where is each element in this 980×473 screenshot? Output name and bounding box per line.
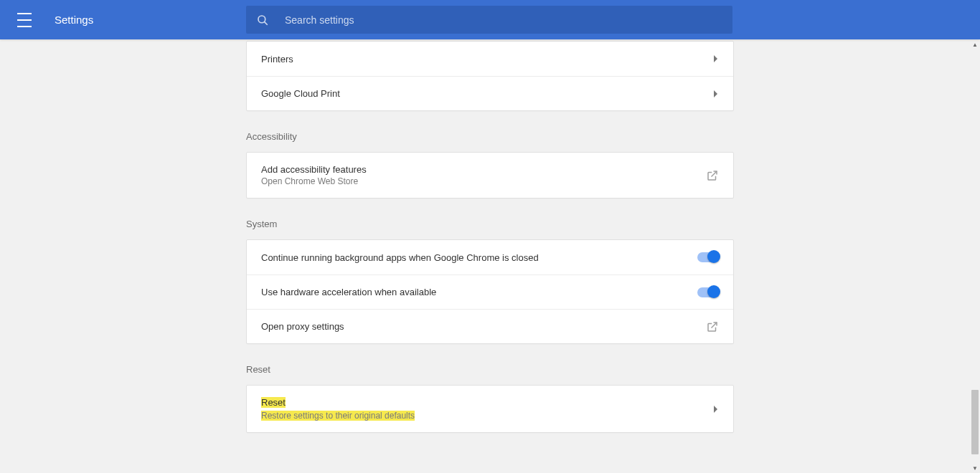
- hardware-accel-row[interactable]: Use hardware acceleration when available: [247, 274, 733, 309]
- accessibility-card: Add accessibility features Open Chrome W…: [246, 152, 734, 199]
- background-apps-toggle[interactable]: [697, 252, 719, 262]
- printers-label: Printers: [261, 54, 293, 64]
- background-apps-label: Continue running background apps when Go…: [261, 252, 539, 263]
- printing-card: Printers Google Cloud Print: [246, 41, 734, 111]
- printers-row[interactable]: Printers: [247, 42, 733, 76]
- svg-point-0: [258, 16, 265, 23]
- app-header: Settings: [0, 0, 980, 39]
- page-title: Settings: [55, 14, 93, 26]
- add-accessibility-label: Add accessibility features: [261, 164, 367, 175]
- proxy-label: Open proxy settings: [261, 321, 344, 332]
- search-box[interactable]: [246, 6, 732, 34]
- gcp-label: Google Cloud Print: [261, 88, 340, 99]
- reset-label: Reset: [261, 397, 415, 408]
- add-accessibility-sub: Open Chrome Web Store: [261, 176, 367, 186]
- reset-sub: Restore settings to their original defau…: [261, 411, 415, 421]
- content-area: Printers Google Cloud Print Accessibilit…: [0, 39, 970, 473]
- search-icon: [256, 14, 269, 27]
- hardware-accel-label: Use hardware acceleration when available: [261, 287, 436, 297]
- proxy-settings-row[interactable]: Open proxy settings: [247, 309, 733, 343]
- menu-icon[interactable]: [17, 13, 32, 27]
- system-section-title: System: [246, 219, 734, 229]
- external-link-icon: [706, 169, 719, 182]
- hardware-accel-toggle[interactable]: [697, 287, 719, 297]
- reset-card: Reset Restore settings to their original…: [246, 385, 734, 433]
- reset-section-title: Reset: [246, 364, 734, 375]
- chevron-right-icon: [713, 90, 719, 97]
- chevron-right-icon: [713, 406, 719, 413]
- scroll-thumb[interactable]: [971, 390, 979, 454]
- reset-row[interactable]: Reset Restore settings to their original…: [247, 386, 733, 432]
- scroll-track[interactable]: [970, 49, 980, 463]
- system-card: Continue running background apps when Go…: [246, 239, 734, 344]
- add-accessibility-row[interactable]: Add accessibility features Open Chrome W…: [247, 153, 733, 198]
- google-cloud-print-row[interactable]: Google Cloud Print: [247, 76, 733, 110]
- search-input[interactable]: [285, 14, 722, 26]
- background-apps-row[interactable]: Continue running background apps when Go…: [247, 240, 733, 274]
- external-link-icon: [706, 320, 719, 333]
- svg-line-1: [264, 22, 267, 24]
- chevron-right-icon: [713, 55, 719, 62]
- scroll-up-arrow[interactable]: ▲: [970, 39, 980, 49]
- scroll-down-arrow[interactable]: ▼: [970, 463, 980, 473]
- vertical-scrollbar[interactable]: ▲ ▼: [970, 39, 980, 473]
- accessibility-section-title: Accessibility: [246, 131, 734, 142]
